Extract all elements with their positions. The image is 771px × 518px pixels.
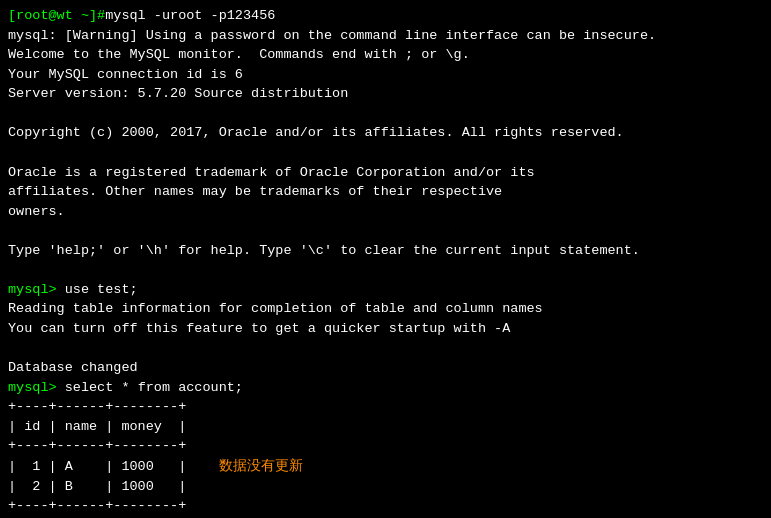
line-table-row2: | 2 | B | 1000 | — [8, 477, 763, 497]
line-table-bottom: +----+------+--------+ — [8, 496, 763, 516]
line-trademark-1: Oracle is a registered trademark of Orac… — [8, 163, 763, 183]
line-empty-5 — [8, 339, 763, 359]
line-table-header: | id | name | money | — [8, 417, 763, 437]
line-prompt: [root@wt ~]#mysql -uroot -p123456 — [8, 6, 763, 26]
line-table-row1: | 1 | A | 1000 | 数据没有更新 — [8, 456, 763, 477]
terminal-window: [root@wt ~]#mysql -uroot -p123456 mysql:… — [0, 0, 771, 518]
line-use-cmd: mysql> use test; — [8, 280, 763, 300]
line-trademark-3: owners. — [8, 202, 763, 222]
line-empty-2 — [8, 143, 763, 163]
command-text: mysql -uroot -p123456 — [105, 8, 275, 23]
line-copyright: Copyright (c) 2000, 2017, Oracle and/or … — [8, 123, 763, 143]
line-empty-3 — [8, 221, 763, 241]
note-no-update: 数据没有更新 — [219, 458, 303, 474]
line-empty-4 — [8, 260, 763, 280]
line-connid: Your MySQL connection id is 6 — [8, 65, 763, 85]
line-table-sep: +----+------+--------+ — [8, 436, 763, 456]
prompt-text: [root@wt ~]# — [8, 8, 105, 23]
mysql-prompt-1: mysql> — [8, 282, 65, 297]
mysql-prompt-2: mysql> — [8, 380, 65, 395]
line-db-changed: Database changed — [8, 358, 763, 378]
line-reading: Reading table information for completion… — [8, 299, 763, 319]
line-trademark-2: affiliates. Other names may be trademark… — [8, 182, 763, 202]
line-select-cmd: mysql> select * from account; — [8, 378, 763, 398]
line-turnoff: You can turn off this feature to get a q… — [8, 319, 763, 339]
line-warning: mysql: [Warning] Using a password on the… — [8, 26, 763, 46]
line-welcome: Welcome to the MySQL monitor. Commands e… — [8, 45, 763, 65]
line-version: Server version: 5.7.20 Source distributi… — [8, 84, 763, 104]
line-help: Type 'help;' or '\h' for help. Type '\c'… — [8, 241, 763, 261]
line-empty-1 — [8, 104, 763, 124]
line-table-top: +----+------+--------+ — [8, 397, 763, 417]
